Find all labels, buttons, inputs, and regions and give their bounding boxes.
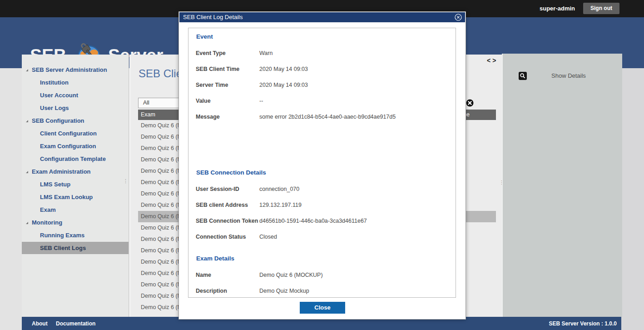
dialog-field-row: User Session-IDconnection_070 — [188, 185, 443, 193]
sidebar-item-label: Monitoring — [28, 216, 62, 229]
clear-filter-icon[interactable] — [466, 99, 474, 107]
field-value: Demo Quiz Mockup — [259, 287, 309, 295]
field-label: User Session-ID — [196, 185, 239, 193]
field-label: Event Type — [196, 50, 226, 57]
sidebar-item-label: Exam — [22, 204, 56, 216]
show-details-label: Show Details — [551, 72, 586, 79]
sidebar-item-label: SEB Configuration — [28, 115, 84, 127]
right-margin-column — [621, 68, 644, 330]
sidebar-item-label: User Logs — [22, 102, 69, 114]
sidebar-item-label: User Account — [22, 89, 78, 101]
about-link[interactable]: About — [32, 320, 48, 327]
field-value: 129.132.197.119 — [259, 201, 302, 209]
dialog-section-heading: Event — [196, 33, 213, 41]
field-label: SEB client Address — [196, 201, 248, 209]
column-header-exam[interactable]: Exam — [138, 111, 155, 118]
sidebar-item-institution[interactable]: Institution — [22, 76, 129, 89]
chevron-right-icon[interactable]: > — [492, 57, 498, 64]
sidebar-item-label: Running Exams — [22, 229, 84, 241]
field-value: Closed — [259, 233, 277, 240]
sidebar-item-lms-exam-lookup[interactable]: LMS Exam Lookup — [22, 191, 129, 203]
field-label: Name — [196, 271, 211, 279]
field-label: Connection Status — [196, 233, 246, 240]
dialog-content: EventEvent TypeWarnSEB Client Time2020 M… — [188, 28, 456, 298]
sidebar-item-label: Exam Administration — [28, 165, 91, 178]
sidebar-nav: ⋮ SEB Server AdministrationInstitutionUs… — [22, 55, 129, 317]
sidebar-item-label: Configuration Template — [22, 153, 106, 165]
dialog-field-row: SEB Client Time2020 May 14 09:03 — [188, 65, 443, 73]
dialog-field-row: DescriptionDemo Quiz Mockup — [188, 287, 443, 295]
field-value: connection_070 — [259, 185, 299, 193]
sidebar-item-lms-setup[interactable]: LMS Setup — [22, 178, 129, 190]
logged-in-username: super-admin — [540, 5, 575, 12]
sidebar-item-client-configuration[interactable]: Client Configuration — [22, 127, 129, 140]
seb-server-app: super-admin Sign out SEB — [0, 0, 644, 330]
sidebar-item-seb-client-logs[interactable]: SEB Client Logs — [22, 242, 129, 254]
documentation-link[interactable]: Documentation — [56, 320, 95, 327]
sidebar-item-label: Exam Configuration — [22, 140, 96, 152]
sidebar-item-label: SEB Server Administration — [28, 64, 107, 76]
field-label: Server Time — [196, 81, 228, 89]
field-label: SEB Connection Token — [196, 217, 258, 225]
sidebar-item-label: Institution — [22, 76, 69, 89]
field-label: Message — [196, 113, 220, 120]
sidebar-item-label: Client Configuration — [22, 127, 97, 140]
dialog-field-row: Messagesome error 2b2d1c84-b5c4-4ae0-aae… — [188, 113, 443, 120]
dialog-title: SEB Client Log Details — [183, 14, 243, 20]
sidebar-item-label: LMS Setup — [22, 178, 70, 190]
dialog-section-heading: Exam Details — [196, 255, 234, 263]
dialog-close-button[interactable]: Close — [300, 302, 345, 314]
action-panel: Show Details — [502, 54, 622, 317]
field-label: Description — [196, 287, 227, 295]
dialog-field-row: Value-- — [188, 97, 443, 105]
sidebar-item-exam[interactable]: Exam — [22, 204, 129, 216]
dialog-field-row: Event TypeWarn — [188, 50, 443, 57]
sidebar-item-running-exams[interactable]: Running Exams — [22, 229, 129, 241]
field-value: 2020 May 14 09:03 — [259, 65, 308, 73]
sidebar-item-configuration-template[interactable]: Configuration Template — [22, 153, 129, 165]
sidebar-item-seb-configuration[interactable]: SEB Configuration — [22, 115, 133, 127]
sidebar-item-label: LMS Exam Lookup — [22, 191, 93, 203]
sidebar-item-exam-configuration[interactable]: Exam Configuration — [22, 140, 129, 152]
field-value: 2020 May 14 09:03 — [259, 81, 308, 89]
sidebar-item-exam-administration[interactable]: Exam Administration — [22, 165, 133, 178]
magnifier-icon — [519, 74, 527, 81]
dialog-field-row: SEB Connection Tokend46561b0-1591-446c-b… — [188, 217, 443, 225]
sidebar-item-monitoring[interactable]: Monitoring — [22, 216, 133, 229]
panel-collapse-icons[interactable]: <> — [487, 57, 498, 64]
field-value: -- — [259, 97, 263, 105]
dialog-section-heading: SEB Connection Details — [196, 169, 266, 177]
field-value: some error 2b2d1c84-b5c4-4ae0-aaec-b9cd4… — [259, 113, 396, 120]
field-value: Demo Quiz 6 (MOCKUP) — [259, 271, 323, 279]
dialog-title-bar: SEB Client Log Details — [179, 12, 465, 22]
sidebar-item-user-account[interactable]: User Account — [22, 89, 129, 101]
dialog-field-row: Connection StatusClosed — [188, 233, 443, 240]
dialog-field-row: NameDemo Quiz 6 (MOCKUP) — [188, 271, 443, 279]
field-value: Warn — [259, 50, 272, 57]
field-value: d46561b0-1591-446c-ba0a-3ca3d4611e67 — [259, 217, 367, 225]
field-label: SEB Client Time — [196, 65, 239, 73]
sidebar-item-user-logs[interactable]: User Logs — [22, 102, 129, 114]
show-details-action[interactable]: Show Details — [519, 72, 527, 80]
sign-out-button[interactable]: Sign out — [583, 3, 619, 14]
chevron-left-icon[interactable]: < — [487, 57, 492, 64]
dialog-field-row: Server Time2020 May 14 09:03 — [188, 81, 443, 89]
dialog-field-row: SEB client Address129.132.197.119 — [188, 201, 443, 209]
left-margin-column — [0, 68, 22, 330]
dialog-close-icon[interactable] — [455, 14, 462, 21]
sidebar-item-label: SEB Client Logs — [22, 242, 86, 254]
seb-client-log-details-dialog: SEB Client Log Details EventEvent TypeWa… — [178, 11, 466, 320]
server-version-label: SEB Server Version : 1.0.0 — [549, 320, 617, 327]
sidebar-item-seb-server-administration[interactable]: SEB Server Administration — [22, 64, 133, 76]
field-label: Value — [196, 97, 211, 105]
